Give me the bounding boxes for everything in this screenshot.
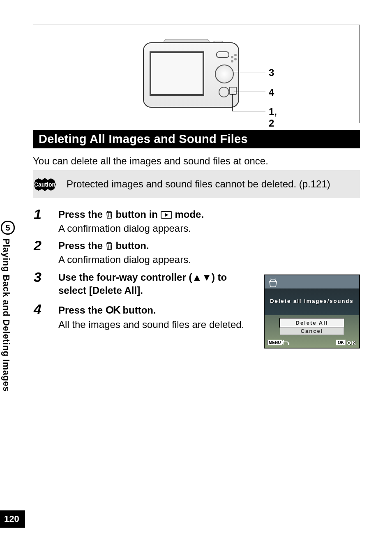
step-2: 2 Press the button. A confirmation dialo… (34, 239, 358, 265)
playback-icon (161, 211, 172, 219)
side-section-title: Playing Back and Deleting Images (1, 238, 12, 392)
callout-3: 3 (269, 67, 274, 78)
option-cancel[interactable]: Cancel (280, 327, 344, 335)
step-3: 3 Use the four-way controller (▲▼) to se… (34, 271, 247, 298)
lcd-title: Delete all images/sounds (265, 298, 359, 304)
camera-lcd-screenshot: Delete all images/sounds Delete All Canc… (264, 275, 360, 348)
intro-text: You can delete all the images and sound … (33, 155, 268, 167)
option-delete-all[interactable]: Delete All (280, 318, 344, 327)
ok-icon: OK (106, 304, 120, 316)
callout-4: 4 (269, 87, 274, 98)
trash-icon (106, 210, 113, 219)
back-arrow-icon (280, 340, 289, 345)
step-1: 1 Press the button in mode. A confirmati… (34, 208, 358, 234)
ok-box-label: OK (336, 340, 346, 345)
caution-note: Protected images and sound files cannot … (33, 170, 360, 198)
svg-marker-4 (165, 213, 168, 217)
trash-icon (106, 241, 113, 250)
callout-1-2: 1, 2 (269, 106, 277, 129)
lcd-options: Delete All Cancel (280, 318, 344, 335)
section-title: Deleting All Images and Sound Files (33, 130, 360, 148)
camera-diagram: 3 4 1, 2 (33, 25, 360, 123)
step-4: 4 Press the OK button. All the images an… (34, 303, 247, 330)
caution-icon: Caution (32, 177, 58, 192)
trash-icon (268, 279, 278, 288)
manual-page: 5 Playing Back and Deleting Images 120 3… (0, 0, 392, 540)
ok-text: OK (347, 340, 357, 346)
chapter-badge: 5 (1, 221, 15, 235)
page-number: 120 (0, 510, 25, 528)
